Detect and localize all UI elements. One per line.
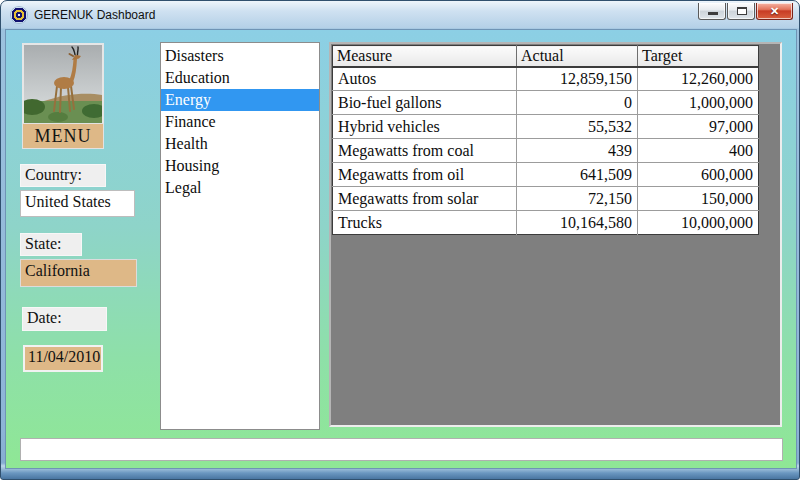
cell-measure[interactable]: Trucks [333,211,517,235]
measures-table: Measure Actual Target Autos 12,859,150 1… [332,45,759,235]
cell-measure[interactable]: Hybrid vehicles [333,115,517,139]
table-row[interactable]: Hybrid vehicles 55,532 97,000 [333,115,759,139]
cell-actual[interactable]: 641,509 [517,163,638,187]
table-row[interactable]: Bio-fuel gallons 0 1,000,000 [333,91,759,115]
list-item-energy[interactable]: Energy [161,89,319,111]
minimize-icon [708,12,718,15]
table-row[interactable]: Megawatts from oil 641,509 600,000 [333,163,759,187]
maximize-button[interactable] [727,3,755,20]
cell-measure[interactable]: Megawatts from oil [333,163,517,187]
cell-actual[interactable]: 12,859,150 [517,67,638,91]
menu-button[interactable]: MENU [22,123,104,149]
cell-target[interactable]: 600,000 [638,163,759,187]
data-grid-panel: Measure Actual Target Autos 12,859,150 1… [329,42,782,427]
cell-measure[interactable]: Bio-fuel gallons [333,91,517,115]
cell-target[interactable]: 150,000 [638,187,759,211]
cell-target[interactable]: 97,000 [638,115,759,139]
cell-actual[interactable]: 10,164,580 [517,211,638,235]
category-listbox: Disasters Education Energy Finance Healt… [160,42,320,430]
app-icon[interactable] [11,7,27,23]
list-item-health[interactable]: Health [161,133,319,155]
country-field[interactable]: United States [20,190,135,217]
table-row[interactable]: Megawatts from coal 439 400 [333,139,759,163]
close-button[interactable]: ✕ [756,3,793,20]
cell-actual[interactable]: 72,150 [517,187,638,211]
list-item-disasters[interactable]: Disasters [161,45,319,67]
gerenuk-image [22,43,104,125]
cell-target[interactable]: 12,260,000 [638,67,759,91]
date-label: Date: [22,307,107,331]
cell-target[interactable]: 400 [638,139,759,163]
cell-actual[interactable]: 0 [517,91,638,115]
state-field[interactable]: California [20,259,137,287]
column-header-target[interactable]: Target [638,46,759,67]
list-item-legal[interactable]: Legal [161,177,319,199]
app-window: GERENUK Dashboard ✕ [0,0,800,480]
cell-actual[interactable]: 439 [517,139,638,163]
date-field[interactable]: 11/04/2010 [23,345,103,372]
close-icon: ✕ [757,5,792,18]
title-bar[interactable]: GERENUK Dashboard ✕ [1,1,799,29]
list-item-education[interactable]: Education [161,67,319,89]
cell-measure[interactable]: Autos [333,67,517,91]
list-item-finance[interactable]: Finance [161,111,319,133]
window-title: GERENUK Dashboard [34,8,155,22]
table-header-row: Measure Actual Target [333,46,759,67]
list-item-housing[interactable]: Housing [161,155,319,177]
cell-actual[interactable]: 55,532 [517,115,638,139]
table-row[interactable]: Trucks 10,164,580 10,000,000 [333,211,759,235]
country-label: Country: [20,164,106,187]
table-row[interactable]: Autos 12,859,150 12,260,000 [333,67,759,91]
client-area: MENU Country: United States State: Calif… [5,29,797,469]
cell-measure[interactable]: Megawatts from coal [333,139,517,163]
minimize-button[interactable] [698,3,726,20]
state-label: State: [20,233,82,256]
status-textbox[interactable] [20,438,783,461]
maximize-icon [737,7,747,15]
column-header-measure[interactable]: Measure [333,46,517,67]
gerenuk-illustration [24,45,102,123]
column-header-actual[interactable]: Actual [517,46,638,67]
table-row[interactable]: Megawatts from solar 72,150 150,000 [333,187,759,211]
window-controls: ✕ [697,3,793,20]
cell-target[interactable]: 10,000,000 [638,211,759,235]
cell-measure[interactable]: Megawatts from solar [333,187,517,211]
cell-target[interactable]: 1,000,000 [638,91,759,115]
